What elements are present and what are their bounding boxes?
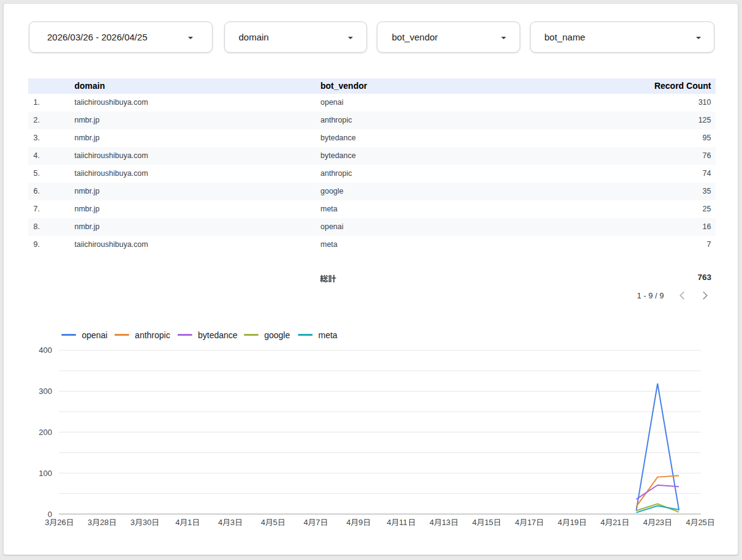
svg-text:3: 3: [45, 518, 49, 527]
svg-text:bytedance: bytedance: [198, 330, 238, 340]
svg-text:30: 30: [143, 518, 151, 527]
svg-text:4: 4: [558, 518, 562, 527]
svg-text:26: 26: [57, 518, 66, 527]
svg-text:23: 23: [656, 518, 664, 527]
svg-text:3: 3: [88, 518, 92, 527]
svg-text:4: 4: [515, 518, 520, 527]
svg-text:4: 4: [175, 518, 180, 527]
svg-text:11: 11: [399, 518, 407, 527]
svg-text:9: 9: [358, 518, 363, 527]
svg-text:4: 4: [686, 518, 691, 527]
svg-text:13: 13: [442, 518, 450, 527]
svg-text:4: 4: [261, 518, 265, 527]
svg-text:200: 200: [39, 428, 52, 437]
svg-text:google: google: [264, 330, 290, 340]
svg-text:4: 4: [387, 518, 391, 527]
svg-text:4: 4: [218, 518, 222, 527]
svg-text:4: 4: [643, 518, 648, 527]
svg-text:21: 21: [613, 518, 621, 527]
svg-text:400: 400: [39, 346, 52, 355]
svg-text:7: 7: [316, 518, 320, 527]
svg-text:4: 4: [430, 518, 434, 527]
svg-text:4: 4: [346, 518, 350, 527]
svg-text:3: 3: [230, 518, 235, 527]
svg-text:28: 28: [100, 518, 108, 527]
svg-text:meta: meta: [319, 330, 338, 340]
svg-text:15: 15: [485, 518, 493, 527]
svg-text:25: 25: [698, 518, 706, 527]
svg-text:5: 5: [273, 518, 278, 527]
svg-text:19: 19: [570, 518, 578, 527]
svg-text:4: 4: [472, 518, 477, 527]
svg-text:anthropic: anthropic: [135, 330, 170, 340]
svg-text:openai: openai: [81, 330, 107, 340]
svg-text:300: 300: [39, 387, 52, 396]
svg-text:17: 17: [527, 518, 536, 527]
svg-text:1: 1: [187, 518, 192, 527]
svg-text:3: 3: [131, 518, 135, 527]
svg-text:4: 4: [303, 518, 308, 527]
svg-text:4: 4: [600, 518, 605, 527]
svg-text:100: 100: [39, 469, 52, 478]
